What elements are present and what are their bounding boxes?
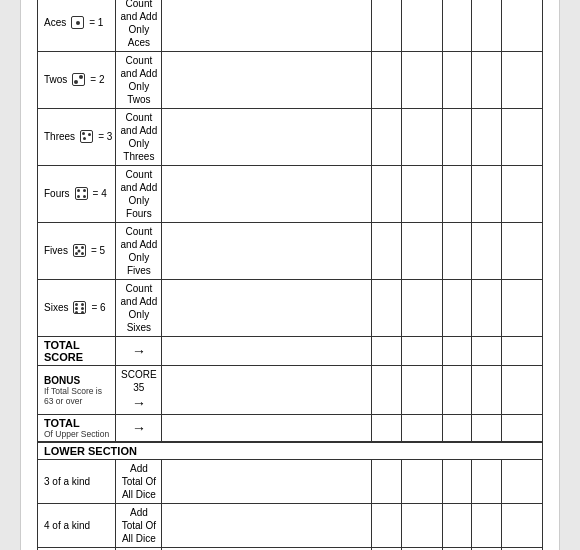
fives-g2-two[interactable] bbox=[471, 222, 501, 279]
total-upper-g1-one[interactable] bbox=[162, 415, 371, 443]
threes-g1-two[interactable] bbox=[371, 108, 401, 165]
4kind-g1-three[interactable] bbox=[402, 504, 443, 548]
total-score-label: TOTAL SCORE bbox=[38, 336, 116, 365]
4kind-label: 4 of a kind bbox=[38, 504, 116, 548]
threes-row: Threes = 3 Count and Add Only Threes bbox=[38, 108, 543, 165]
dice-3-icon bbox=[80, 130, 93, 143]
twos-g2-two[interactable] bbox=[471, 51, 501, 108]
lower-section-header-row: LOWER SECTION bbox=[38, 442, 543, 460]
threes-g2-two[interactable] bbox=[471, 108, 501, 165]
bonus-g2-two[interactable] bbox=[471, 365, 501, 414]
sixes-how: Count and Add Only Sixes bbox=[116, 279, 162, 336]
bonus-row: BONUS If Total Score is 63 or over SCORE… bbox=[38, 365, 543, 414]
aces-g1-one[interactable] bbox=[162, 0, 371, 51]
threes-g2-three[interactable] bbox=[502, 108, 543, 165]
bonus-g1-three[interactable] bbox=[402, 365, 443, 414]
3kind-label: 3 of a kind bbox=[38, 460, 116, 504]
twos-g1-two[interactable] bbox=[371, 51, 401, 108]
aces-g1-three[interactable] bbox=[402, 0, 443, 51]
aces-g2-one[interactable] bbox=[443, 0, 472, 51]
fours-g1-three[interactable] bbox=[402, 165, 443, 222]
total-upper-g2-three[interactable] bbox=[502, 415, 543, 443]
total-score-arrow: → bbox=[116, 336, 162, 365]
total-upper-arrow: → bbox=[116, 415, 162, 443]
bonus-g1-one[interactable] bbox=[162, 365, 371, 414]
threes-how: Count and Add Only Threes bbox=[116, 108, 162, 165]
3kind-g2-two[interactable] bbox=[471, 460, 501, 504]
aces-g2-three[interactable] bbox=[502, 0, 543, 51]
fours-how: Count and Add Only Fours bbox=[116, 165, 162, 222]
aces-g1-two[interactable] bbox=[371, 0, 401, 51]
fives-label: Fives = 5 bbox=[38, 222, 116, 279]
fours-g1-one[interactable] bbox=[162, 165, 371, 222]
total-score-g2-one[interactable] bbox=[443, 336, 472, 365]
sixes-g1-one[interactable] bbox=[162, 279, 371, 336]
dice-2-icon bbox=[72, 73, 85, 86]
sixes-g2-two[interactable] bbox=[471, 279, 501, 336]
sixes-g1-three[interactable] bbox=[402, 279, 443, 336]
fives-g1-three[interactable] bbox=[402, 222, 443, 279]
twos-label: Twos = 2 bbox=[38, 51, 116, 108]
fours-g2-two[interactable] bbox=[471, 165, 501, 222]
3kind-g2-one[interactable] bbox=[443, 460, 472, 504]
dice-4-icon bbox=[75, 187, 88, 200]
3kind-g1-three[interactable] bbox=[402, 460, 443, 504]
threes-g2-one[interactable] bbox=[443, 108, 472, 165]
3kind-g1-two[interactable] bbox=[371, 460, 401, 504]
fours-g1-two[interactable] bbox=[371, 165, 401, 222]
fives-g2-one[interactable] bbox=[443, 222, 472, 279]
twos-g2-one[interactable] bbox=[443, 51, 472, 108]
fours-label: Fours = 4 bbox=[38, 165, 116, 222]
total-upper-g2-one[interactable] bbox=[443, 415, 472, 443]
3kind-g2-three[interactable] bbox=[502, 460, 543, 504]
sixes-g1-two[interactable] bbox=[371, 279, 401, 336]
4kind-how: Add Total Of All Dice bbox=[116, 504, 162, 548]
score-table: UPPER SECTION HOW TO SCORE GAME 1 GAME 2… bbox=[37, 0, 543, 550]
aces-g2-two[interactable] bbox=[471, 0, 501, 51]
threes-g1-three[interactable] bbox=[402, 108, 443, 165]
lower-section-label: LOWER SECTION bbox=[38, 442, 543, 460]
bonus-g1-two[interactable] bbox=[371, 365, 401, 414]
3kind-g1-one[interactable] bbox=[162, 460, 371, 504]
fours-g2-one[interactable] bbox=[443, 165, 472, 222]
fours-g2-three[interactable] bbox=[502, 165, 543, 222]
bonus-how: SCORE 35 → bbox=[116, 365, 162, 414]
fives-g1-two[interactable] bbox=[371, 222, 401, 279]
4kind-g2-two[interactable] bbox=[471, 504, 501, 548]
bonus-g2-one[interactable] bbox=[443, 365, 472, 414]
fives-g2-three[interactable] bbox=[502, 222, 543, 279]
4kind-g1-one[interactable] bbox=[162, 504, 371, 548]
total-upper-label: TOTAL Of Upper Section bbox=[38, 415, 116, 443]
twos-g2-three[interactable] bbox=[502, 51, 543, 108]
twos-g1-one[interactable] bbox=[162, 51, 371, 108]
fours-row: Fours = 4 Count and Add Only Fours bbox=[38, 165, 543, 222]
dice-6-icon bbox=[73, 301, 86, 314]
twos-row: Twos = 2 Count and Add Only Twos bbox=[38, 51, 543, 108]
total-score-g1-three[interactable] bbox=[402, 336, 443, 365]
total-score-g2-three[interactable] bbox=[502, 336, 543, 365]
dice-1-icon bbox=[71, 16, 84, 29]
total-upper-g1-two[interactable] bbox=[371, 415, 401, 443]
threes-g1-one[interactable] bbox=[162, 108, 371, 165]
aces-how: Count and Add Only Aces bbox=[116, 0, 162, 51]
4kind-g2-one[interactable] bbox=[443, 504, 472, 548]
fives-how: Count and Add Only Fives bbox=[116, 222, 162, 279]
fives-g1-one[interactable] bbox=[162, 222, 371, 279]
fives-row: Fives = 5 Count and Add Only Fives bbox=[38, 222, 543, 279]
total-score-g1-one[interactable] bbox=[162, 336, 371, 365]
threes-label: Threes = 3 bbox=[38, 108, 116, 165]
total-upper-g1-three[interactable] bbox=[402, 415, 443, 443]
bonus-g2-three[interactable] bbox=[502, 365, 543, 414]
total-score-g2-two[interactable] bbox=[471, 336, 501, 365]
sixes-g2-three[interactable] bbox=[502, 279, 543, 336]
4kind-g2-three[interactable] bbox=[502, 504, 543, 548]
total-upper-g2-two[interactable] bbox=[471, 415, 501, 443]
total-score-g1-two[interactable] bbox=[371, 336, 401, 365]
4kind-row: 4 of a kind Add Total Of All Dice bbox=[38, 504, 543, 548]
dice-5-icon bbox=[73, 244, 86, 257]
twos-how: Count and Add Only Twos bbox=[116, 51, 162, 108]
twos-g1-three[interactable] bbox=[402, 51, 443, 108]
sixes-g2-one[interactable] bbox=[443, 279, 472, 336]
aces-row: Aces = 1 Count and Add Only Aces bbox=[38, 0, 543, 51]
4kind-g1-two[interactable] bbox=[371, 504, 401, 548]
